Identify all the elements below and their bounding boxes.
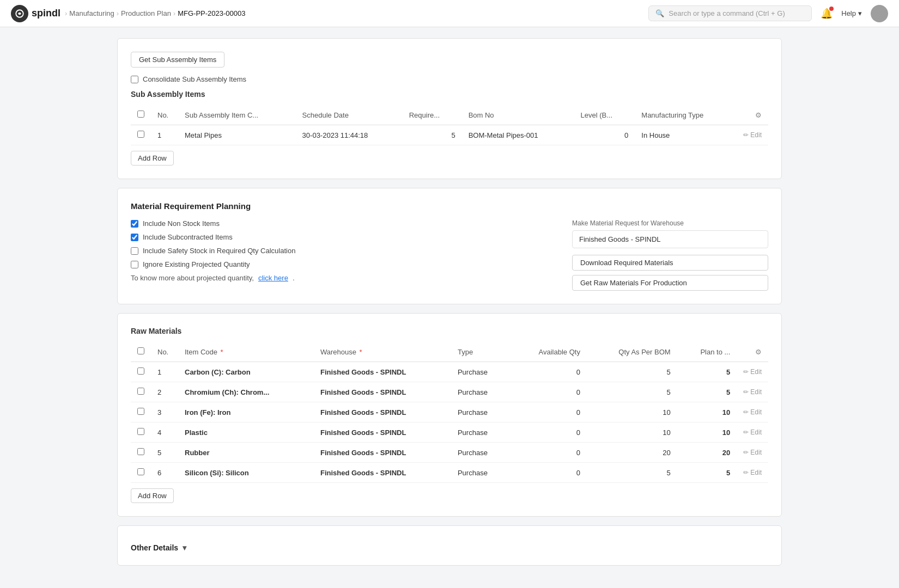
mrp-checkbox-2[interactable] bbox=[131, 247, 138, 255]
sub-col-no: No. bbox=[151, 105, 178, 125]
raw-row-check[interactable] bbox=[137, 408, 144, 415]
raw-row-edit-button[interactable]: ✏ Edit bbox=[743, 449, 762, 456]
table-row: 1 Carbon (C): Carbon Finished Goods - SP… bbox=[131, 362, 768, 382]
raw-row-no: 6 bbox=[151, 463, 178, 483]
raw-row-avail: 0 bbox=[511, 382, 587, 402]
raw-row-type: Purchase bbox=[451, 443, 511, 463]
click-here-link[interactable]: click here bbox=[258, 274, 288, 282]
mrp-checkbox-0[interactable] bbox=[131, 220, 138, 228]
raw-row-avail: 0 bbox=[511, 443, 587, 463]
raw-row-check[interactable] bbox=[137, 388, 144, 395]
download-materials-button[interactable]: Download Required Materials bbox=[572, 255, 768, 271]
sub-assembly-title: Sub Assembly Items bbox=[131, 90, 768, 99]
raw-row-edit-button[interactable]: ✏ Edit bbox=[743, 428, 762, 436]
raw-gear-icon[interactable]: ⚙ bbox=[755, 348, 762, 356]
sub-col-date: Schedule Date bbox=[296, 105, 403, 125]
search-bar[interactable]: 🔍 Search or type a command (Ctrl + G) bbox=[648, 5, 812, 21]
mrp-checkbox-1[interactable] bbox=[131, 234, 138, 241]
sub-col-level: Level (B... bbox=[574, 105, 635, 125]
raw-materials-add-row-button[interactable]: Add Row bbox=[131, 488, 174, 503]
mrp-checkbox-row-1: Include Subcontracted Items bbox=[131, 233, 550, 241]
search-icon: 🔍 bbox=[655, 9, 664, 17]
pencil-icon: ✏ bbox=[743, 388, 749, 396]
mrp-checkbox-3[interactable] bbox=[131, 261, 138, 268]
help-button[interactable]: Help ▾ bbox=[841, 9, 862, 17]
raw-col-type: Type bbox=[451, 342, 511, 362]
raw-row-edit-button[interactable]: ✏ Edit bbox=[743, 388, 762, 396]
raw-row-edit-button[interactable]: ✏ Edit bbox=[743, 469, 762, 476]
raw-row-plan: 5 bbox=[677, 382, 737, 402]
avatar[interactable] bbox=[871, 5, 888, 22]
get-raw-materials-button[interactable]: Get Raw Materials For Production bbox=[572, 275, 768, 291]
pencil-icon: ✏ bbox=[743, 449, 749, 456]
mrp-buttons: Download Required Materials Get Raw Mate… bbox=[572, 255, 768, 291]
raw-row-avail: 0 bbox=[511, 402, 587, 422]
raw-row-warehouse: Finished Goods - SPINDL bbox=[314, 362, 451, 382]
raw-select-all[interactable] bbox=[137, 347, 144, 354]
raw-row-check[interactable] bbox=[137, 448, 144, 455]
raw-col-item: Item Code * bbox=[178, 342, 314, 362]
chevron-down-icon: ▾ bbox=[183, 543, 186, 552]
raw-row-plan: 20 bbox=[677, 443, 737, 463]
warehouse-label: Make Material Request for Warehouse bbox=[572, 219, 768, 227]
raw-row-check[interactable] bbox=[137, 367, 144, 375]
raw-row-warehouse: Finished Goods - SPINDL bbox=[314, 443, 451, 463]
topnav-left: spindl › Manufacturing › Production Plan… bbox=[11, 5, 245, 22]
raw-row-edit-button[interactable]: ✏ Edit bbox=[743, 408, 762, 416]
warehouse-input[interactable]: Finished Goods - SPINDL bbox=[572, 230, 768, 248]
logo-icon bbox=[11, 5, 28, 22]
mrp-checkbox-row-3: Ignore Existing Projected Quantity bbox=[131, 260, 550, 268]
raw-row-check[interactable] bbox=[137, 428, 144, 435]
table-row: 1 Metal Pipes 30-03-2023 11:44:18 5 BOM-… bbox=[131, 125, 768, 145]
raw-row-item: Chromium (Ch): Chrom... bbox=[178, 382, 314, 402]
sub-col-item: Sub Assembly Item C... bbox=[178, 105, 296, 125]
raw-row-no: 4 bbox=[151, 422, 178, 443]
raw-col-avail: Available Qty bbox=[511, 342, 587, 362]
projected-qty-text: To know more about projected quantity, bbox=[131, 274, 254, 282]
raw-row-type: Purchase bbox=[451, 382, 511, 402]
notification-button[interactable]: 🔔 bbox=[821, 8, 833, 20]
raw-col-bom: Qty As Per BOM bbox=[587, 342, 677, 362]
mrp-checkbox-label-0: Include Non Stock Items bbox=[143, 219, 220, 228]
sub-assembly-select-all[interactable] bbox=[137, 111, 144, 118]
raw-row-warehouse: Finished Goods - SPINDL bbox=[314, 382, 451, 402]
search-placeholder: Search or type a command (Ctrl + G) bbox=[669, 9, 785, 17]
raw-row-edit-button[interactable]: ✏ Edit bbox=[743, 368, 762, 376]
sub-col-req: Require... bbox=[403, 105, 462, 125]
mrp-checkbox-row-2: Include Safety Stock in Required Qty Cal… bbox=[131, 247, 550, 255]
sub-assembly-add-row-button[interactable]: Add Row bbox=[131, 151, 174, 166]
other-details-label: Other Details bbox=[131, 543, 178, 552]
breadcrumb-manufacturing[interactable]: Manufacturing bbox=[69, 9, 114, 17]
pencil-icon: ✏ bbox=[743, 368, 749, 376]
table-row: 6 Silicon (Si): Silicon Finished Goods -… bbox=[131, 463, 768, 483]
sub-row-check[interactable] bbox=[137, 131, 144, 138]
raw-row-bom: 5 bbox=[587, 362, 677, 382]
breadcrumb: › Manufacturing › Production Plan › MFG-… bbox=[65, 9, 245, 17]
raw-materials-table-wrapper: No. Item Code * Warehouse * Type Availab… bbox=[131, 342, 768, 483]
breadcrumb-production-plan[interactable]: Production Plan bbox=[121, 9, 171, 17]
raw-row-item: Rubber bbox=[178, 443, 314, 463]
get-sub-assembly-button[interactable]: Get Sub Assembly Items bbox=[131, 52, 224, 68]
raw-row-avail: 0 bbox=[511, 463, 587, 483]
logo[interactable]: spindl bbox=[11, 5, 60, 22]
consolidate-checkbox[interactable] bbox=[131, 76, 138, 83]
table-row: 4 Plastic Finished Goods - SPINDL Purcha… bbox=[131, 422, 768, 443]
raw-row-avail: 0 bbox=[511, 422, 587, 443]
raw-row-bom: 5 bbox=[587, 463, 677, 483]
raw-row-item: Carbon (C): Carbon bbox=[178, 362, 314, 382]
raw-row-type: Purchase bbox=[451, 422, 511, 443]
raw-row-plan: 5 bbox=[677, 463, 737, 483]
other-details-section: Other Details ▾ bbox=[117, 525, 782, 566]
raw-row-plan: 10 bbox=[677, 402, 737, 422]
sub-row-req: 5 bbox=[403, 125, 462, 145]
other-details-toggle[interactable]: Other Details ▾ bbox=[131, 539, 768, 552]
mrp-title: Material Requirement Planning bbox=[131, 201, 768, 211]
raw-row-warehouse: Finished Goods - SPINDL bbox=[314, 422, 451, 443]
sub-row-bom: BOM-Metal Pipes-001 bbox=[462, 125, 574, 145]
sub-row-edit-button[interactable]: ✏ Edit bbox=[743, 131, 762, 139]
sub-assembly-table: No. Sub Assembly Item C... Schedule Date… bbox=[131, 105, 768, 145]
sub-gear-icon[interactable]: ⚙ bbox=[755, 111, 762, 119]
raw-col-no: No. bbox=[151, 342, 178, 362]
raw-row-check[interactable] bbox=[137, 468, 144, 475]
mrp-checkbox-label-3: Ignore Existing Projected Quantity bbox=[143, 260, 250, 268]
